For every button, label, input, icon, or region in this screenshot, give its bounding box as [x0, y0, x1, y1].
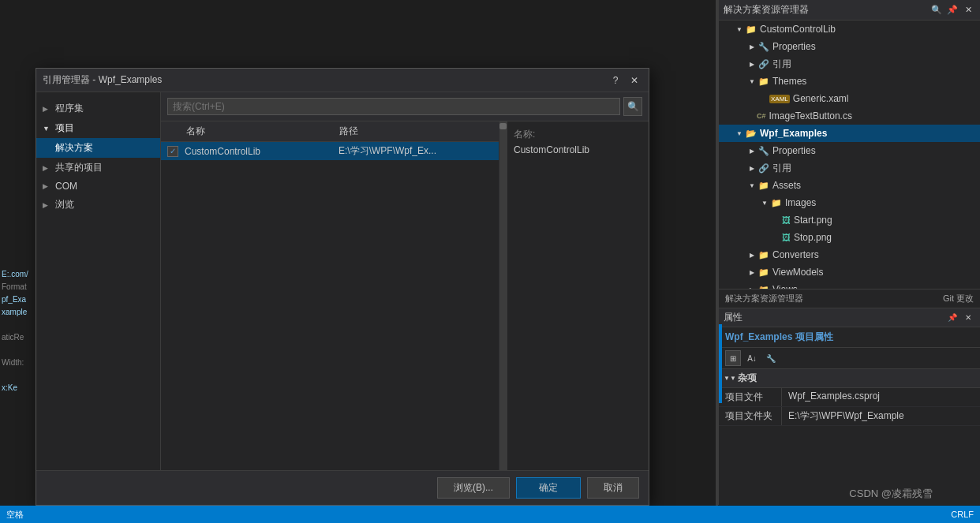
triangle-icon — [747, 181, 757, 190]
prop-key-project-file: 项目文件 — [719, 388, 782, 406]
detail-name-label: 名称: — [514, 128, 642, 141]
folder-icon: 📁 — [758, 77, 769, 87]
properties-title: 属性 — [724, 311, 742, 324]
tree-item-generic-xaml[interactable]: XAML Generic.xaml — [719, 90, 980, 107]
tree-label: CustomControlLib — [760, 24, 836, 35]
se-search-btn[interactable]: 🔍 — [930, 3, 944, 17]
wrench-icon: 🔧 — [758, 42, 769, 52]
triangle-icon — [747, 250, 757, 260]
scroll-thumb[interactable] — [499, 123, 507, 129]
prop-row-project-file: 项目文件 Wpf_Examples.csproj — [719, 388, 980, 407]
tree-item-stop-png[interactable]: 🖼 Stop.png — [719, 229, 980, 246]
props-custom-btn[interactable]: 🔧 — [763, 350, 779, 366]
properties-panel: 属性 📌 ✕ Wpf_Examples 项目属性 ⊞ A↓ 🔧 ▼ 杂项 项目文… — [718, 308, 980, 505]
triangle-icon — [735, 129, 744, 138]
wrench-icon: 🔧 — [758, 146, 769, 156]
tree-item-wpf-examples[interactable]: 📂 Wpf_Examples — [719, 125, 980, 142]
dialog-footer: 浏览(B)... 确定 取消 — [36, 470, 649, 505]
table-row[interactable]: ✓ CustomControlLib E:\学习\WPF\Wpf_Ex... — [161, 142, 499, 161]
folder-icon: 📁 — [758, 250, 769, 260]
status-space: 空格 — [6, 509, 24, 521]
props-alpha-btn[interactable]: A↓ — [744, 350, 760, 366]
git-label[interactable]: Git 更改 — [943, 293, 974, 304]
properties-subtitle: Wpf_Examples 项目属性 — [719, 327, 980, 348]
tree-label: Assets — [772, 180, 801, 191]
search-input[interactable] — [167, 98, 620, 115]
tree-item-ref1[interactable]: 🔗 引用 — [719, 55, 980, 73]
tree-item-customcontrollib[interactable]: 📁 CustomControlLib — [719, 21, 980, 38]
nav-item-solution[interactable]: 解决方案 — [36, 138, 160, 158]
nav-item-projects[interactable]: ▼ 项目 — [36, 118, 160, 138]
props-pin-btn[interactable]: 📌 — [945, 311, 959, 325]
search-button[interactable]: 🔍 — [623, 97, 642, 116]
ok-button[interactable]: 确定 — [516, 477, 581, 499]
tree-label: ViewModels — [772, 267, 823, 278]
tree-item-assets[interactable]: 📁 Assets — [719, 177, 980, 194]
row-checkbox[interactable]: ✓ — [167, 146, 178, 157]
tree-label: Themes — [772, 76, 806, 87]
dialog-table: 名称 路径 ✓ CustomControlLib E:\学习\WPF\Wpf_E… — [161, 121, 499, 470]
browse-button[interactable]: 浏览(B)... — [437, 477, 510, 499]
detail-name-value: CustomControlLib — [514, 144, 642, 155]
csdn-watermark: CSDN @凌霜残雪 — [849, 487, 933, 501]
nav-item-browse[interactable]: ▶ 浏览 — [36, 195, 160, 215]
png-icon: 🖼 — [782, 215, 791, 225]
dialog-body: ▶ 程序集 ▼ 项目 解决方案 ▶ 共享的项目 ▶ COM ▶ 浏览 — [36, 92, 649, 470]
tree-item-viewmodels[interactable]: 📁 ViewModels — [719, 263, 980, 281]
dialog-nav: ▶ 程序集 ▼ 项目 解决方案 ▶ 共享的项目 ▶ COM ▶ 浏览 — [36, 92, 161, 470]
tree-item-images[interactable]: 📁 Images — [719, 194, 980, 211]
tree-item-properties1[interactable]: 🔧 Properties — [719, 38, 980, 55]
tree-item-views[interactable]: 📁 Views — [719, 281, 980, 289]
git-bar: 解决方案资源管理器 Git 更改 — [719, 289, 980, 308]
props-categorized-btn[interactable]: ⊞ — [725, 350, 741, 366]
solution-explorer-tree: 📁 CustomControlLib 🔧 Properties 🔗 引用 📁 T… — [719, 21, 980, 289]
se-pin-btn[interactable]: 📌 — [945, 3, 959, 17]
se-close-btn[interactable]: ✕ — [961, 3, 975, 17]
dialog-close-btn[interactable]: ✕ — [627, 73, 642, 88]
row-path: E:\学习\WPF\Wpf_Ex... — [339, 144, 492, 158]
ref-icon: 🔗 — [758, 59, 769, 69]
folder-icon: 📁 — [758, 267, 769, 278]
col-name-header: 名称 — [186, 125, 339, 138]
col-check-header — [167, 125, 186, 138]
nav-item-com[interactable]: ▶ COM — [36, 177, 160, 195]
row-name: CustomControlLib — [185, 146, 339, 157]
triangle-icon — [747, 59, 757, 69]
nav-triangle-assemblies: ▶ — [43, 105, 52, 113]
tree-item-ref2[interactable]: 🔗 引用 — [719, 159, 980, 177]
nav-item-shared[interactable]: ▶ 共享的项目 — [36, 158, 160, 177]
tree-item-imagetextbutton[interactable]: C# ImageTextButton.cs — [719, 107, 980, 125]
panel-resize-handle[interactable] — [716, 0, 718, 523]
status-crlf: CRLF — [951, 510, 974, 519]
props-close-btn[interactable]: ✕ — [961, 311, 975, 325]
solution-explorer-title: 解决方案资源管理器 — [724, 3, 809, 17]
dialog-table-area: 名称 路径 ✓ CustomControlLib E:\学习\WPF\Wpf_E… — [161, 121, 649, 470]
nav-item-assemblies[interactable]: ▶ 程序集 — [36, 99, 160, 118]
tree-label: Properties — [772, 145, 816, 156]
editor-code-lines: E:.com/ Format pf_Exa xample aticRe Widt… — [2, 268, 28, 394]
solution-explorer-panel: 解决方案资源管理器 🔍 📌 ✕ 📁 CustomControlLib 🔧 Pro… — [718, 0, 980, 308]
nav-triangle-shared: ▶ — [43, 164, 52, 172]
dialog-search-bar: 🔍 — [161, 92, 649, 121]
status-bar: 空格 CRLF — [0, 506, 980, 523]
section-triangle: ▼ — [725, 374, 735, 383]
nav-triangle-projects: ▼ — [43, 125, 52, 133]
tree-label: Generic.xaml — [793, 93, 849, 104]
triangle-icon — [747, 77, 757, 86]
tree-item-themes[interactable]: 📁 Themes — [719, 73, 980, 90]
tree-label: Images — [785, 197, 816, 208]
tree-label: Converters — [772, 249, 819, 260]
cancel-button[interactable]: 取消 — [587, 477, 639, 499]
triangle-icon — [735, 24, 744, 34]
tree-item-start-png[interactable]: 🖼 Start.png — [719, 211, 980, 229]
triangle-icon — [747, 163, 757, 173]
dialog-scrollbar[interactable] — [499, 121, 507, 470]
props-section-misc: ▼ 杂项 — [719, 369, 980, 388]
tree-label: ImageTextButton.cs — [769, 110, 852, 121]
folder-icon: 📁 — [758, 181, 769, 191]
tree-item-properties2[interactable]: 🔧 Properties — [719, 142, 980, 159]
cs-icon: C# — [757, 112, 766, 120]
triangle-icon — [747, 267, 757, 277]
tree-item-converters[interactable]: 📁 Converters — [719, 246, 980, 263]
dialog-help-btn[interactable]: ? — [608, 73, 623, 88]
